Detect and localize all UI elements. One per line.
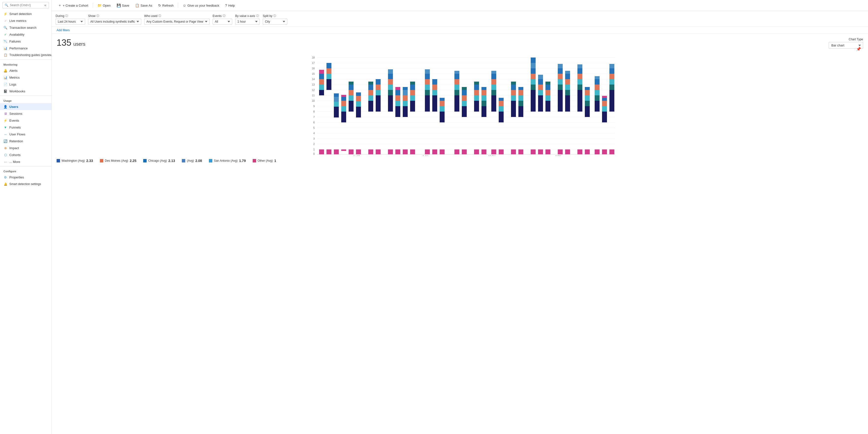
help-button[interactable]: ? Help bbox=[223, 2, 238, 9]
show-info-icon[interactable]: ⓘ bbox=[96, 14, 99, 18]
svg-rect-164 bbox=[538, 79, 543, 85]
sidebar-item-failures[interactable]: 📉 Failures bbox=[0, 38, 52, 45]
svg-rect-169 bbox=[546, 85, 550, 90]
split-by-select[interactable]: CityCountryBrowser bbox=[263, 19, 287, 25]
save-as-button[interactable]: 📋 Save As bbox=[133, 2, 155, 9]
sidebar-item-properties[interactable]: ⚙ Properties bbox=[0, 174, 52, 180]
users-number: 135 bbox=[57, 38, 71, 48]
sidebar-item-events[interactable]: ⚡ Events bbox=[0, 117, 52, 124]
svg-text:Jul 27: Jul 27 bbox=[353, 155, 360, 156]
svg-text:14: 14 bbox=[312, 78, 315, 80]
sidebar-item-transaction-search[interactable]: 🔍 Transaction search bbox=[0, 24, 52, 31]
sidebar-item-availability[interactable]: ✓ Availability bbox=[0, 31, 52, 38]
sidebar-label-more: ... More bbox=[9, 160, 20, 164]
sidebar-item-retention[interactable]: 🔄 Retention bbox=[0, 138, 52, 144]
svg-rect-178 bbox=[565, 90, 570, 95]
sidebar-item-impact[interactable]: ⊕ Impact bbox=[0, 144, 52, 152]
svg-rect-119 bbox=[462, 106, 467, 117]
svg-text:3: 3 bbox=[313, 137, 315, 140]
svg-rect-231 bbox=[499, 149, 504, 154]
sidebar-item-smart-detection[interactable]: ⚡ Smart detection bbox=[0, 10, 52, 17]
during-select[interactable]: Last 24 hoursLast 7 daysLast 30 days bbox=[56, 19, 85, 25]
who-used-select[interactable]: Any Custom Events, Request or Page ViewA… bbox=[144, 19, 210, 25]
svg-rect-212 bbox=[327, 149, 332, 154]
svg-rect-158 bbox=[531, 68, 536, 74]
open-button[interactable]: 📁 Open bbox=[95, 2, 113, 9]
svg-rect-166 bbox=[546, 101, 550, 111]
show-select[interactable]: All Users including synthetic trafficUse… bbox=[88, 19, 141, 25]
by-value-info-icon[interactable]: ⓘ bbox=[256, 14, 259, 18]
events-label: Events ⓘ bbox=[213, 14, 232, 18]
svg-rect-151 bbox=[518, 95, 523, 101]
collapse-sidebar-button[interactable]: « bbox=[44, 3, 47, 7]
sidebar-item-sessions[interactable]: 🖥 Sessions bbox=[0, 110, 52, 117]
events-info-icon[interactable]: ⓘ bbox=[223, 14, 225, 18]
svg-rect-58 bbox=[341, 97, 346, 101]
refresh-button[interactable]: ↻ Refresh bbox=[156, 2, 176, 9]
svg-rect-207 bbox=[610, 79, 614, 85]
split-by-info-icon[interactable]: ⓘ bbox=[273, 14, 276, 18]
svg-rect-205 bbox=[610, 90, 614, 111]
svg-rect-239 bbox=[578, 149, 582, 154]
svg-rect-98 bbox=[410, 81, 415, 85]
create-cohort-button[interactable]: ＋ + Create a Cohort bbox=[56, 2, 91, 9]
feedback-icon: ☺ bbox=[183, 3, 186, 7]
sidebar-label-alerts: Alerts bbox=[9, 69, 18, 72]
save-button[interactable]: 💾 Save bbox=[114, 2, 132, 9]
svg-rect-146 bbox=[511, 90, 516, 95]
smart-detection-settings-icon: 🔔 bbox=[3, 182, 7, 186]
sidebar-label-transaction-search: Transaction search bbox=[9, 26, 36, 30]
sidebar-item-funnels[interactable]: ▼ Funnels bbox=[0, 124, 52, 131]
svg-rect-159 bbox=[531, 63, 536, 68]
svg-text:12 PM: 12 PM bbox=[488, 155, 496, 156]
svg-rect-229 bbox=[482, 149, 487, 154]
feedback-button[interactable]: ☺ Give us your feedback bbox=[180, 2, 222, 9]
svg-text:8: 8 bbox=[313, 110, 315, 113]
svg-rect-199 bbox=[595, 76, 599, 79]
sidebar-item-alerts[interactable]: 🔔 Alerts bbox=[0, 67, 52, 74]
sidebar-item-metrics[interactable]: 📊 Metrics bbox=[0, 74, 52, 81]
svg-rect-142 bbox=[499, 101, 504, 106]
svg-rect-112 bbox=[440, 98, 444, 101]
pin-icon[interactable]: 📌 bbox=[856, 47, 861, 52]
svg-rect-191 bbox=[585, 95, 590, 101]
svg-rect-213 bbox=[334, 149, 339, 154]
sidebar-label-smart-detection-settings: Smart detection settings bbox=[9, 182, 41, 186]
sidebar-label-retention: Retention bbox=[9, 139, 23, 143]
svg-rect-192 bbox=[585, 90, 590, 95]
sidebar-item-user-flows[interactable]: ↔ User Flows bbox=[0, 131, 52, 138]
legend-item: Chicago (Avg) 2.13 bbox=[143, 159, 175, 163]
events-select[interactable]: All bbox=[213, 19, 232, 25]
usage-section-label: Usage bbox=[0, 97, 52, 103]
sidebar-item-performance[interactable]: 📊 Performance bbox=[0, 45, 52, 52]
legend-value: 1 bbox=[274, 159, 276, 163]
search-input[interactable] bbox=[10, 3, 42, 7]
sidebar-item-more[interactable]: ··· ... More bbox=[0, 158, 52, 165]
legend-name: Chicago (Avg) bbox=[148, 159, 167, 162]
sidebar-item-logs[interactable]: 📄 Logs bbox=[0, 81, 52, 88]
sidebar-item-troubleshooting[interactable]: 📋 Troubleshooting guides (preview) bbox=[0, 52, 52, 59]
svg-rect-64 bbox=[349, 81, 353, 85]
who-used-info-icon[interactable]: ⓘ bbox=[158, 14, 161, 18]
svg-rect-230 bbox=[491, 149, 496, 154]
by-value-select[interactable]: 1 hour6 hours1 day bbox=[235, 19, 260, 25]
sidebar-item-smart-detection-settings[interactable]: 🔔 Smart detection settings bbox=[0, 180, 52, 188]
during-info-icon[interactable]: ⓘ bbox=[65, 14, 68, 18]
svg-rect-129 bbox=[482, 106, 487, 117]
sidebar-item-cohorts[interactable]: ⬡ Cohorts bbox=[0, 152, 52, 158]
svg-rect-163 bbox=[538, 85, 543, 90]
divider-2 bbox=[0, 96, 52, 96]
svg-rect-57 bbox=[341, 101, 346, 106]
svg-rect-170 bbox=[546, 81, 550, 85]
add-filters-link[interactable]: Add filters bbox=[57, 28, 70, 32]
svg-text:6 PM: 6 PM bbox=[555, 155, 561, 156]
performance-icon: 📊 bbox=[3, 46, 7, 50]
search-box[interactable]: 🔍 « bbox=[2, 2, 49, 8]
svg-rect-99 bbox=[425, 95, 430, 111]
sidebar-item-live-metrics[interactable]: ⟋ Live metrics bbox=[0, 17, 52, 24]
svg-rect-90 bbox=[403, 101, 408, 106]
svg-rect-73 bbox=[368, 81, 373, 85]
svg-rect-144 bbox=[511, 101, 516, 117]
sidebar-item-workbooks[interactable]: 📓 Workbooks bbox=[0, 88, 52, 95]
sidebar-item-users[interactable]: 👤 Users bbox=[0, 103, 52, 110]
